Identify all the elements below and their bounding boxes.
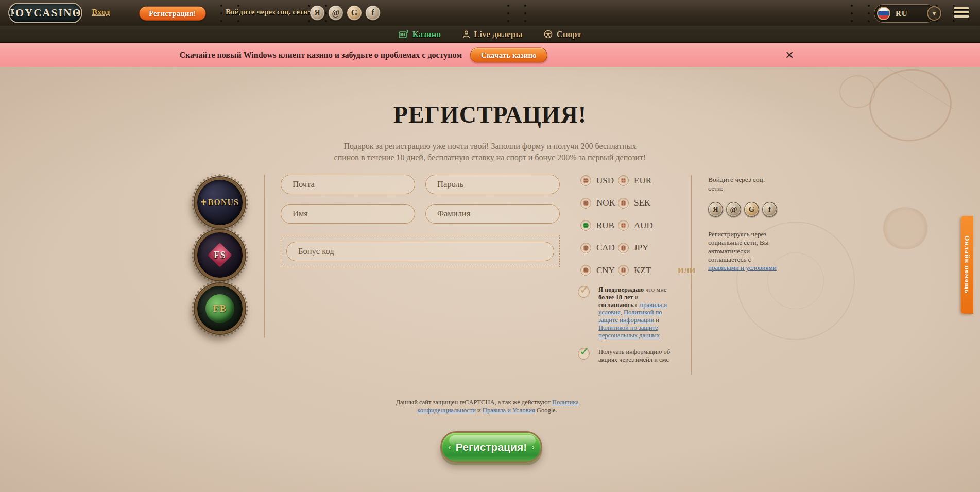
radio-kzt[interactable] [618, 265, 629, 276]
google-icon[interactable]: G [744, 202, 759, 217]
registration-page: JOYCASINO Вход Регистрация! Войдите чере… [0, 0, 980, 492]
divider-left [264, 175, 265, 337]
online-help-tab[interactable]: Онлайн помощь [961, 216, 973, 314]
recaptcha-note: Данный сайт защищен reCAPTCHA, а так же … [384, 399, 590, 414]
yandex-icon[interactable]: Я [708, 202, 723, 217]
currency-option-jpy[interactable]: JPY [618, 243, 656, 253]
currency-option-nok[interactable]: NOK [580, 198, 618, 209]
social-register-icons: Я @ G f [708, 202, 777, 217]
checkmark-icon: ✓ [579, 282, 590, 297]
email-field[interactable] [281, 175, 415, 194]
social-login-prompt: Войдите через соц. сети: [226, 8, 311, 16]
mailru-icon[interactable]: @ [328, 5, 343, 21]
checkmark-icon: ✓ [579, 344, 590, 359]
currency-option-rub[interactable]: RUB [580, 220, 618, 231]
rivets [220, 5, 222, 7]
radio-usd[interactable] [580, 175, 591, 186]
google-terms-link[interactable]: Правила и Условия [483, 406, 535, 414]
download-casino-button[interactable]: Скачать казино [470, 47, 547, 62]
tab-casino[interactable]: Казино [399, 29, 441, 40]
tab-label: Казино [412, 29, 441, 40]
topbar-social-icons: Я @ G f [310, 5, 381, 21]
facebook-icon[interactable]: f [762, 202, 777, 217]
terms-conditions-link[interactable]: правилами и условиями [708, 264, 777, 272]
russia-flag-icon [877, 7, 890, 20]
tab-label: Спорт [556, 29, 581, 40]
soccer-ball-icon [544, 30, 553, 39]
radio-eur[interactable] [618, 175, 629, 186]
main-nav: Казино Live дилеры Спорт [0, 26, 980, 43]
language-dropdown-knob[interactable]: ▼ [927, 6, 941, 21]
rivets [308, 5, 310, 7]
banner-message: Скачайте новый Windows клиент казино и з… [179, 50, 462, 60]
tab-live-dealers[interactable]: Live дилеры [462, 29, 523, 40]
promo-checkbox[interactable]: ✓ [578, 348, 590, 360]
social-register-title: Войдите через соц. сети: [708, 175, 772, 193]
currency-option-cad[interactable]: CAD [580, 243, 618, 253]
slot-machine-icon [399, 30, 408, 39]
yandex-icon[interactable]: Я [310, 5, 325, 21]
freespins-badge: FS [195, 230, 245, 280]
rivets [507, 5, 509, 7]
bonus-badge: ✚ BONUS [195, 177, 245, 228]
currency-option-eur[interactable]: EUR [618, 175, 656, 186]
freebet-badge: FB [195, 283, 245, 334]
top-bar: JOYCASINO Вход Регистрация! Войдите чере… [0, 0, 980, 26]
personal-data-policy-link[interactable]: Политикой по защите персональных данных [598, 324, 660, 339]
radio-nok[interactable] [580, 198, 591, 209]
background-stain [882, 207, 929, 249]
tab-sport[interactable]: Спорт [544, 29, 581, 40]
terms-checkbox[interactable]: ✓ [578, 286, 590, 298]
page-vignette [0, 67, 980, 492]
arrow-left-icon: ‹ [448, 442, 451, 452]
submit-registration-button[interactable]: ‹ Регистрация! › [440, 431, 542, 463]
page-title: РЕГИСТРАЦИЯ! [0, 101, 980, 128]
radio-sek[interactable] [618, 198, 629, 209]
bonus-code-field[interactable] [286, 242, 554, 261]
register-button[interactable]: Регистрация! [139, 6, 206, 21]
currency-option-aud[interactable]: AUD [618, 220, 656, 231]
currency-option-usd[interactable]: USD [580, 175, 618, 186]
radio-cad[interactable] [580, 243, 591, 253]
close-icon[interactable]: ✕ [783, 48, 796, 62]
mailru-icon[interactable]: @ [726, 202, 741, 217]
radio-cny[interactable] [580, 265, 591, 276]
menu-icon[interactable] [954, 7, 969, 20]
social-register-note: Регистрируясь через социальные сети, Вы … [708, 230, 779, 272]
tab-label: Live дилеры [474, 29, 523, 40]
promo-text: Получать информацию об акциях через имей… [598, 348, 677, 364]
currency-option-kzt[interactable]: KZT [618, 265, 656, 276]
logo-text: JOYCASINO [9, 7, 82, 20]
download-banner: Скачайте новый Windows клиент казино и з… [0, 43, 980, 67]
page-subtitle: Подарок за регистрацию уже почти твой! З… [0, 141, 980, 163]
password-field[interactable] [425, 175, 560, 194]
currency-option-cny[interactable]: CNY [580, 265, 618, 276]
or-label: ИЛИ [678, 266, 696, 275]
currency-option-sek[interactable]: SEK [618, 198, 656, 209]
first-name-field[interactable] [281, 204, 415, 224]
login-link[interactable]: Вход [92, 7, 110, 18]
terms-text: Я подтверждаю что мне более 18 лет и сог… [598, 286, 674, 340]
arrow-right-icon: › [531, 442, 535, 452]
language-code: RU [896, 9, 908, 18]
bonus-code-box [281, 235, 560, 267]
plus-icon: ✚ [201, 198, 207, 207]
currency-selector: USD EUR NOK SEK RUB AUD CAD JPY CNY KZ [580, 169, 663, 282]
facebook-icon[interactable]: f [365, 5, 381, 21]
last-name-field[interactable] [425, 204, 560, 224]
radio-rub[interactable] [580, 220, 591, 231]
dealer-icon [462, 30, 470, 39]
radio-aud[interactable] [618, 220, 629, 231]
rivets [851, 5, 853, 7]
google-icon[interactable]: G [347, 5, 362, 21]
language-selector[interactable]: RU [874, 4, 936, 23]
logo[interactable]: JOYCASINO [8, 3, 82, 23]
radio-jpy[interactable] [618, 243, 629, 253]
